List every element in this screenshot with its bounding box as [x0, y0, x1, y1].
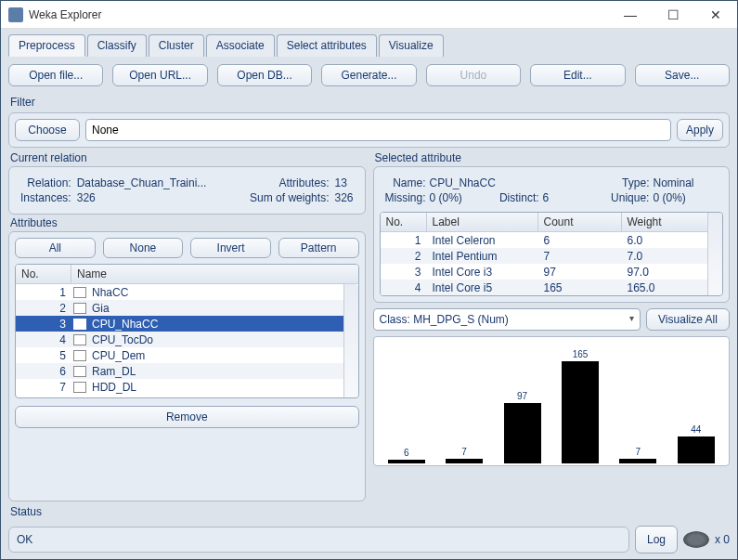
tab-select-attributes[interactable]: Select attributes: [277, 34, 377, 57]
attr-row-checkbox[interactable]: [73, 382, 86, 393]
stat-body[interactable]: 1Intel Celeron66.02Intel Pentium77.03Int…: [381, 232, 708, 295]
attr-row-name: Gia: [92, 302, 358, 315]
stat-col-count: Count: [538, 213, 622, 231]
attr-col-name: Name: [71, 265, 358, 283]
attr-row-checkbox[interactable]: [73, 334, 86, 345]
stat-cell-weight: 97.0: [622, 266, 708, 279]
attr-row-name: CPU_NhaCC: [92, 318, 358, 331]
relation-name-label: Relation:: [20, 176, 71, 189]
minimize-button[interactable]: —: [609, 1, 652, 28]
stat-table: No. Label Count Weight 1Intel Celeron66.…: [380, 212, 724, 296]
stat-row[interactable]: 2Intel Pentium77.0: [381, 248, 708, 264]
attr-row[interactable]: 5CPU_Dem: [16, 347, 358, 363]
selattr-type-label: Type:: [611, 176, 649, 189]
visualize-all-button[interactable]: Visualize All: [646, 308, 730, 331]
attr-pattern-button[interactable]: Pattern: [278, 238, 359, 258]
attr-row[interactable]: 1NhaCC: [16, 284, 358, 300]
attr-row[interactable]: 4CPU_TocDo: [16, 332, 358, 347]
edit-button[interactable]: Edit...: [530, 64, 625, 86]
attr-row[interactable]: 6Ram_DL: [16, 363, 358, 379]
relation-attrs-value: 13: [334, 176, 353, 189]
bar-wrap: 7: [435, 343, 493, 463]
log-button[interactable]: Log: [635, 526, 678, 553]
stat-cell-label: Intel Core i5: [427, 281, 538, 294]
status-label: Status: [10, 505, 730, 518]
filter-choose-button[interactable]: Choose: [15, 119, 80, 141]
selattr-distinct-label: Distinct:: [499, 191, 539, 204]
tab-associate[interactable]: Associate: [206, 34, 275, 57]
attr-all-button[interactable]: All: [15, 238, 96, 258]
selattr-missing-value: 0 (0%): [430, 191, 496, 204]
bar-value-label: 6: [404, 448, 409, 458]
filter-label: Filter: [10, 96, 730, 109]
open-file-button[interactable]: Open file...: [8, 64, 103, 86]
weka-icon: [8, 7, 23, 22]
attr-row-name: CPU_Dem: [92, 349, 358, 362]
generate-button[interactable]: Generate...: [321, 64, 416, 86]
attr-row-checkbox[interactable]: [73, 366, 86, 377]
stat-row[interactable]: 3Intel Core i39797.0: [381, 264, 708, 280]
bar-wrap: 6: [378, 343, 435, 463]
attr-row-no: 5: [16, 349, 71, 362]
filter-panel: Choose Apply: [8, 112, 730, 148]
attr-row-no: 1: [16, 286, 71, 299]
weka-explorer-window: Weka Explorer — ☐ ✕ Preprocess Classify …: [0, 0, 738, 560]
attr-row[interactable]: 7HDD_DL: [16, 379, 358, 395]
stat-cell-count: 165: [538, 281, 622, 294]
main-tabs: Preprocess Classify Cluster Associate Se…: [8, 34, 730, 57]
attr-row-checkbox[interactable]: [73, 287, 86, 298]
attributes-table: No. Name 1NhaCC2Gia3CPU_NhaCC4CPU_TocDo5…: [15, 264, 359, 398]
attr-row-checkbox[interactable]: [73, 303, 86, 314]
attr-row[interactable]: 2Gia: [16, 300, 358, 316]
selattr-unique-label: Unique:: [611, 191, 649, 204]
maximize-button[interactable]: ☐: [652, 1, 694, 28]
stat-col-no: No.: [381, 213, 427, 231]
attr-remove-button[interactable]: Remove: [15, 406, 359, 428]
stat-cell-weight: 7.0: [622, 250, 708, 263]
save-button[interactable]: Save...: [635, 64, 730, 86]
tab-classify[interactable]: Classify: [87, 34, 147, 57]
attr-invert-button[interactable]: Invert: [190, 238, 271, 258]
attr-row-checkbox[interactable]: [73, 319, 86, 330]
attr-row-name: HDD_DL: [92, 381, 358, 394]
stat-cell-weight: 6.0: [622, 234, 708, 247]
open-db-button[interactable]: Open DB...: [217, 64, 312, 86]
tab-visualize[interactable]: Visualize: [379, 34, 444, 57]
attr-row-name: Ram_DL: [92, 365, 358, 378]
bar: [388, 460, 425, 463]
filter-apply-button[interactable]: Apply: [677, 119, 723, 141]
undo-button[interactable]: Undo: [426, 64, 521, 86]
class-select[interactable]: Class: MH_DPG_S (Num): [373, 308, 641, 331]
attr-row-checkbox[interactable]: [73, 350, 86, 361]
attr-none-button[interactable]: None: [103, 238, 184, 258]
selected-attribute-panel: Name: CPU_NhaCC Type: Nominal Missing: 0…: [373, 166, 731, 303]
stat-row[interactable]: 1Intel Celeron66.0: [381, 232, 708, 248]
stat-scrollbar[interactable]: [707, 213, 722, 295]
attr-col-no: No.: [16, 265, 71, 283]
stat-cell-count: 7: [538, 250, 622, 263]
open-url-button[interactable]: Open URL...: [112, 64, 207, 86]
close-button[interactable]: ✕: [694, 1, 737, 28]
attr-row-no: 7: [16, 381, 71, 394]
filter-input[interactable]: [85, 119, 671, 141]
stat-cell-label: Intel Pentium: [427, 250, 538, 263]
attributes-body[interactable]: 1NhaCC2Gia3CPU_NhaCC4CPU_TocDo5CPU_Dem6R…: [16, 284, 358, 397]
attr-row[interactable]: 3CPU_NhaCC: [16, 316, 358, 332]
bar-value-label: 165: [573, 349, 589, 359]
status-text: OK: [8, 527, 629, 553]
bar: [619, 459, 656, 463]
stat-cell-weight: 165.0: [622, 281, 708, 294]
tab-cluster[interactable]: Cluster: [149, 34, 204, 57]
toolbar: Open file... Open URL... Open DB... Gene…: [8, 64, 730, 86]
stat-row[interactable]: 4Intel Core i5165165.0: [381, 280, 708, 295]
bar-value-label: 44: [691, 424, 701, 435]
stat-cell-no: 4: [381, 281, 427, 294]
selattr-name-value: CPU_NhaCC: [430, 176, 496, 189]
attr-row-no: 2: [16, 302, 71, 315]
tab-preprocess[interactable]: Preprocess: [8, 34, 85, 57]
status-x0: x 0: [715, 533, 730, 546]
content-area: Preprocess Classify Cluster Associate Se…: [1, 29, 737, 559]
stat-cell-no: 2: [381, 250, 427, 263]
attr-scrollbar[interactable]: [343, 284, 358, 397]
bar-wrap: 7: [609, 343, 667, 463]
